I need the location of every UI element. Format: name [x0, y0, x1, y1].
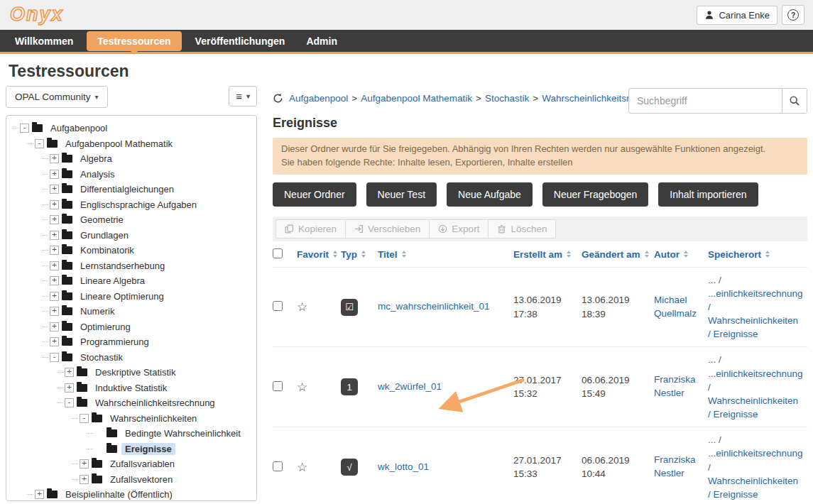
tree-expander[interactable]: -: [50, 353, 59, 362]
tree-expander[interactable]: +: [80, 475, 89, 484]
location-link[interactable]: /: [708, 461, 807, 474]
import-content-button[interactable]: Inhalt importieren: [658, 182, 758, 207]
tree-expander[interactable]: +: [50, 170, 59, 179]
tree-item-label[interactable]: Analysis: [77, 168, 118, 180]
location-link[interactable]: /: [708, 380, 807, 394]
new-folder-button[interactable]: Neuer Ordner: [273, 182, 356, 207]
tree-item[interactable]: - Wahrscheinlichkeiten: [6, 411, 256, 427]
tree-item-label[interactable]: Englischsprachige Aufgaben: [77, 199, 200, 211]
location-link[interactable]: Wahrscheinlichkeiten: [708, 394, 807, 407]
tree-item[interactable]: + Analysis: [6, 167, 256, 182]
location-link[interactable]: / Ereignisse: [708, 488, 807, 501]
tree-item-label[interactable]: Lineare Optimierung: [77, 290, 168, 302]
export-button[interactable]: Export: [430, 220, 489, 238]
tree-item-label[interactable]: Numerik: [77, 305, 118, 317]
row-checkbox[interactable]: [273, 381, 283, 391]
tree-item-label[interactable]: Kombinatorik: [77, 244, 138, 256]
tree-item[interactable]: + Deskriptive Statistik: [6, 365, 256, 380]
tree-options-button[interactable]: ≡ ▾: [229, 86, 257, 106]
tree-item-label[interactable]: Zufallsvektoren: [107, 473, 176, 486]
location-link[interactable]: ... /: [708, 433, 807, 447]
tree-item-label[interactable]: Bedingte Wahrscheinlichkeit: [121, 427, 244, 439]
favorite-star-icon[interactable]: ☆: [297, 460, 341, 475]
tree-expander[interactable]: +: [50, 185, 59, 194]
tree-expander[interactable]: +: [80, 459, 89, 469]
tree-item[interactable]: Bedingte Wahrscheinlichkeit: [6, 426, 256, 442]
tree-item-label[interactable]: Geometrie: [77, 214, 127, 226]
onyx-logo[interactable]: Onyx: [9, 3, 70, 28]
tree-item-label[interactable]: Wahrscheinlichkeiten: [107, 412, 200, 424]
tree-expander[interactable]: +: [50, 337, 59, 346]
column-header-typ[interactable]: Typ: [341, 249, 378, 260]
row-checkbox[interactable]: [273, 301, 283, 311]
tree-item[interactable]: + Kombinatorik: [6, 243, 256, 258]
user-menu-button[interactable]: Carina Enke: [697, 6, 777, 25]
nav-tab-testressourcen[interactable]: Testressourcen: [87, 31, 181, 51]
tree-item-label[interactable]: Lernstandserhebung: [77, 260, 168, 272]
tree-item[interactable]: + Zufallsvariablen: [6, 456, 256, 472]
tree-expander[interactable]: +: [65, 383, 74, 393]
tree-item[interactable]: + Numerik: [6, 304, 256, 319]
tree-expander[interactable]: -: [80, 414, 89, 423]
tree-expander[interactable]: +: [50, 307, 59, 316]
tree-item[interactable]: - Aufgabenpool: [6, 121, 256, 136]
location-link[interactable]: / Ereignisse: [708, 407, 807, 421]
tree-item-label[interactable]: Algebra: [77, 153, 116, 165]
author-link[interactable]: Franziska Nestler: [654, 454, 708, 481]
tree-item[interactable]: + Beispielinhalte (Öffentlich): [6, 487, 256, 501]
breadcrumb-link[interactable]: Aufgabenpool: [289, 93, 348, 104]
tree-item-label[interactable]: Stochastik: [77, 351, 126, 363]
resource-title-link[interactable]: mc_wahrscheinlichkeit_01: [378, 300, 513, 314]
copy-button[interactable]: Kopieren: [276, 220, 346, 238]
location-link[interactable]: ...einlichkeitsrechnung: [708, 287, 807, 300]
column-header-favorit[interactable]: Favorit: [297, 249, 341, 260]
tree-item-label[interactable]: Induktive Statistik: [92, 382, 170, 394]
tree-item-label[interactable]: Differentialgleichungen: [77, 183, 178, 195]
tree-item-label[interactable]: Wahrscheinlichkeitsrechnung: [92, 397, 219, 409]
tree-item-label[interactable]: Beispielinhalte (Öffentlich): [62, 488, 176, 500]
tree-item-label[interactable]: Optimierung: [77, 321, 134, 333]
select-all-checkbox[interactable]: [273, 248, 283, 258]
tree-item[interactable]: + Englischsprachige Aufgaben: [6, 197, 256, 213]
tree-item-label[interactable]: Programmierung: [77, 336, 153, 348]
repository-select[interactable]: OPAL Community ▾: [6, 86, 108, 108]
column-header-erstellt-am[interactable]: Erstellt am: [513, 249, 582, 260]
tree-item[interactable]: + Differentialgleichungen: [6, 182, 256, 197]
nav-tab-admin[interactable]: Admin: [295, 30, 348, 53]
column-header-autor[interactable]: Autor: [654, 249, 708, 260]
tree-item[interactable]: + Lernstandserhebung: [6, 258, 256, 274]
location-link[interactable]: ... /: [708, 273, 807, 287]
location-link[interactable]: /: [708, 300, 807, 314]
tree-item-label[interactable]: Zufallsvariablen: [107, 458, 178, 470]
resource-title-link[interactable]: wk_2würfel_01: [378, 380, 513, 394]
tree-expander[interactable]: +: [50, 292, 59, 301]
location-link[interactable]: / Ereignisse: [708, 327, 807, 341]
tree-expander[interactable]: +: [50, 261, 59, 270]
location-link[interactable]: ... /: [708, 353, 807, 366]
breadcrumb-link[interactable]: Aufgabenpool Mathematik: [361, 93, 472, 104]
tree-item[interactable]: + Lineare Algebra: [6, 273, 256, 289]
tree-item[interactable]: + Optimierung: [6, 319, 256, 335]
tree-item[interactable]: - Stochastik: [6, 350, 256, 366]
column-header-geaendert-am[interactable]: Geändert am: [582, 249, 654, 260]
tree-item-label[interactable]: Aufgabenpool Mathematik: [62, 138, 176, 150]
tree-item[interactable]: + Lineare Optimierung: [6, 289, 256, 305]
row-checkbox[interactable]: [273, 461, 283, 471]
tree-expander[interactable]: +: [50, 154, 59, 163]
tree-expander[interactable]: +: [50, 200, 59, 209]
tree-item[interactable]: Ereignisse: [6, 442, 256, 457]
tree-item-label[interactable]: Deskriptive Statistik: [92, 366, 179, 378]
tree-item[interactable]: + Grundlagen: [6, 228, 256, 243]
nav-tab-willkommen[interactable]: Willkommen: [4, 30, 84, 53]
tree-expander[interactable]: +: [50, 276, 59, 285]
delete-button[interactable]: Löschen: [489, 220, 555, 238]
location-link[interactable]: ...einlichkeitsrechnung: [708, 367, 807, 380]
new-task-button[interactable]: Neue Aufgabe: [447, 182, 533, 207]
tree-item[interactable]: + Zufallsvektoren: [6, 472, 256, 488]
author-link[interactable]: Franziska Nestler: [654, 373, 708, 400]
refresh-icon[interactable]: [273, 93, 283, 104]
search-input[interactable]: [629, 89, 782, 113]
location-link[interactable]: Wahrscheinlichkeiten: [708, 474, 807, 488]
help-button[interactable]: ?: [782, 5, 804, 25]
tree-expander[interactable]: +: [50, 215, 59, 224]
